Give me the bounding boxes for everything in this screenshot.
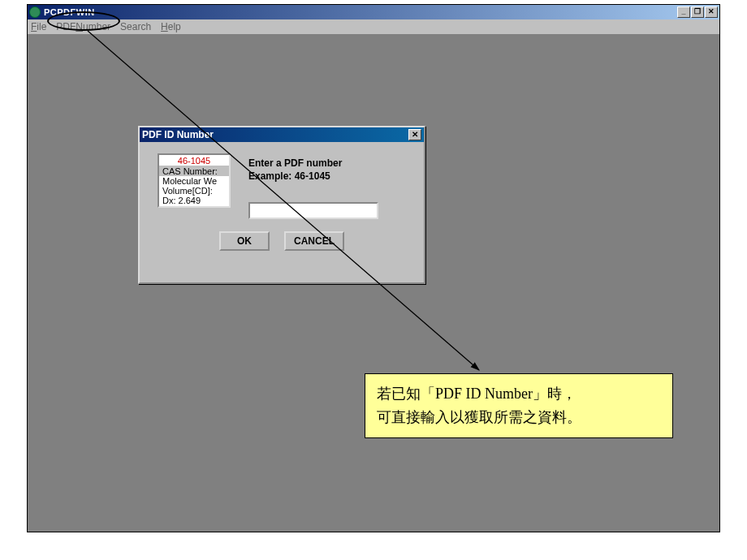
- dialog-close-button[interactable]: ✕: [408, 129, 421, 140]
- annotation-callout: 若已知「PDF ID Number」時， 可直接輸入以獲取所需之資料。: [365, 373, 673, 438]
- titlebar: PCPDFWIN _ ❐ ✕: [28, 5, 719, 19]
- instruction-line: Example: 46-1045: [248, 170, 403, 183]
- list-item[interactable]: CAS Number:: [159, 166, 229, 176]
- menu-help[interactable]: Help: [161, 21, 181, 32]
- list-item[interactable]: Dx: 2.649: [159, 196, 229, 205]
- cancel-button[interactable]: CANCEL: [284, 231, 344, 251]
- dialog-button-row: OK CANCEL: [140, 231, 424, 251]
- maximize-button[interactable]: ❐: [691, 6, 704, 18]
- dialog-title: PDF ID Number: [142, 129, 408, 140]
- callout-line: 可直接輸入以獲取所需之資料。: [377, 406, 661, 429]
- info-listbox[interactable]: 46-1045 CAS Number: Molecular We Volume[…: [158, 153, 231, 208]
- pdf-number-input-frame: [248, 202, 378, 219]
- ok-button[interactable]: OK: [219, 231, 270, 251]
- list-header: 46-1045: [159, 156, 229, 166]
- menu-search[interactable]: Search: [120, 21, 151, 32]
- menu-file[interactable]: File: [31, 21, 46, 32]
- list-item[interactable]: Molecular We: [159, 176, 229, 186]
- pdf-number-input[interactable]: [250, 205, 377, 219]
- instruction-text: Enter a PDF number Example: 46-1045: [248, 157, 403, 183]
- pdf-id-dialog: PDF ID Number ✕ 46-1045 CAS Number: Mole…: [138, 126, 425, 284]
- dialog-body: 46-1045 CAS Number: Molecular We Volume[…: [140, 142, 424, 158]
- app-icon: [29, 6, 41, 18]
- window-controls: _ ❐ ✕: [677, 6, 718, 18]
- minimize-button[interactable]: _: [677, 6, 690, 18]
- close-button[interactable]: ✕: [705, 6, 718, 18]
- app-title: PCPDFWIN: [44, 7, 677, 17]
- callout-line: 若已知「PDF ID Number」時，: [377, 382, 661, 406]
- menu-pdfnumber[interactable]: PDFNumber: [56, 21, 110, 32]
- list-item[interactable]: Volume[CD]:: [159, 186, 229, 196]
- menubar: File PDFNumber Search Help: [28, 19, 719, 34]
- dialog-titlebar: PDF ID Number ✕: [140, 127, 424, 142]
- instruction-line: Enter a PDF number: [248, 157, 403, 170]
